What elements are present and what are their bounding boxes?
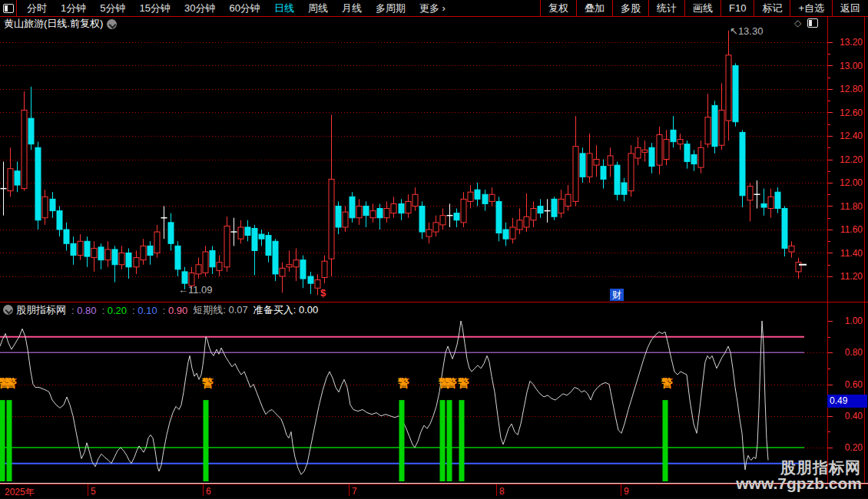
- warning-mark: 警: [445, 377, 458, 389]
- indicator-param: : 0.10: [132, 305, 157, 316]
- warning-mark: 警: [661, 377, 674, 389]
- chevron-down-icon[interactable]: [3, 305, 13, 315]
- month-separator: [496, 484, 497, 496]
- chart-canvas: [0, 0, 868, 499]
- low-price-annotation: ←11.09: [178, 284, 213, 296]
- peak-price-annotation: ↖13.30: [730, 25, 763, 37]
- x-axis-label: 8: [499, 486, 505, 497]
- current-value-badge: 0.49: [827, 395, 867, 408]
- month-separator: [349, 484, 350, 496]
- warning-mark: 警: [457, 377, 470, 389]
- buy-point-dollar-mark: $: [320, 287, 326, 299]
- warning-mark: 警: [5, 377, 18, 389]
- buy-signal-label: 准备买入: 0.00: [253, 303, 319, 317]
- indicator-param: : 0.20: [102, 305, 128, 316]
- indicator-param: : 0.90: [163, 305, 188, 316]
- month-separator: [88, 484, 88, 496]
- x-axis-label: 9: [624, 486, 629, 497]
- axis-right-border: [864, 17, 865, 497]
- trading-app-window: { "menu_bar": { "left_items": ["分时","1分钟…: [0, 0, 868, 499]
- x-axis-label: 7: [352, 486, 357, 497]
- warning-mark: 警: [397, 377, 410, 389]
- x-axis-label: 6: [206, 486, 211, 497]
- month-separator: [203, 484, 204, 496]
- cai-badge[interactable]: 财: [610, 289, 624, 301]
- month-separator: [621, 484, 621, 496]
- indicator-param: : 0.80: [71, 305, 97, 316]
- indicator-header: 股朋指标网 : 0.80: 0.20: 0.10: 0.90 短期线: 0.07…: [0, 303, 807, 316]
- watermark-url: www.7gpzb.com: [736, 474, 862, 493]
- warning-mark: 警: [201, 377, 214, 389]
- axis-left-border: [827, 17, 828, 497]
- short-line-label: 短期线: 0.07: [193, 303, 248, 317]
- x-axis-label: 5: [91, 486, 96, 497]
- indicator-params: : 0.80: 0.20: 0.10: 0.90: [66, 303, 187, 317]
- indicator-name[interactable]: 股朋指标网: [16, 303, 66, 317]
